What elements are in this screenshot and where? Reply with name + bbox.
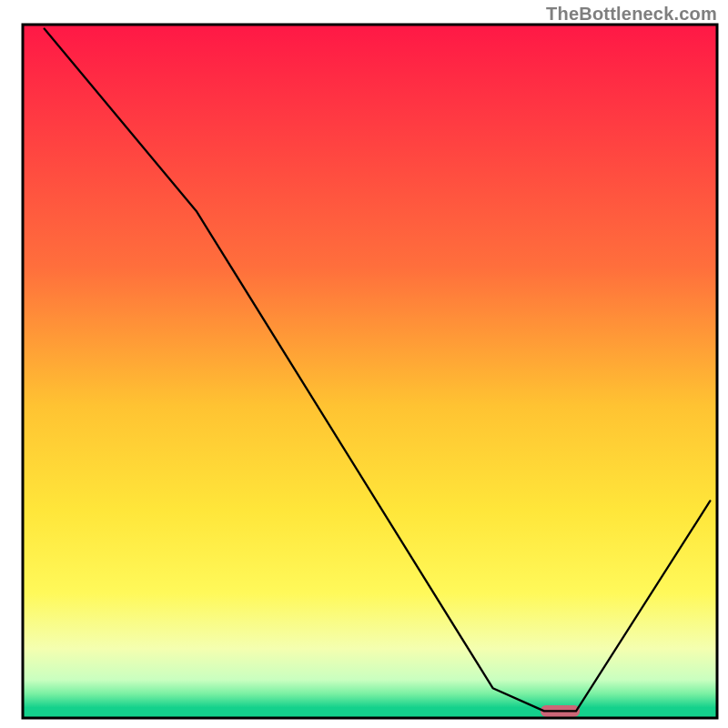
chart-canvas <box>0 0 728 728</box>
attribution-label: TheBottleneck.com <box>546 4 717 25</box>
